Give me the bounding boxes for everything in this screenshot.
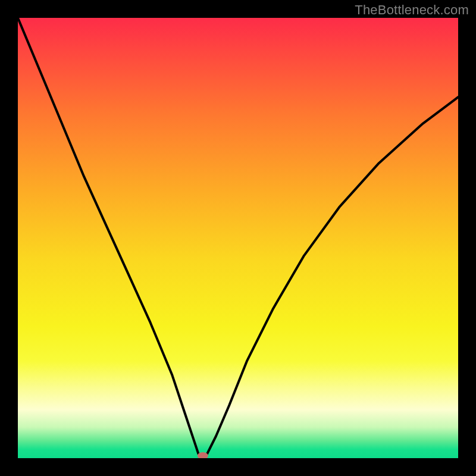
chart-svg: [18, 18, 458, 458]
bottleneck-curve: [18, 18, 458, 458]
chart-frame: TheBottleneck.com: [0, 0, 476, 476]
plot-area: [18, 18, 458, 458]
watermark-text: TheBottleneck.com: [355, 2, 469, 18]
